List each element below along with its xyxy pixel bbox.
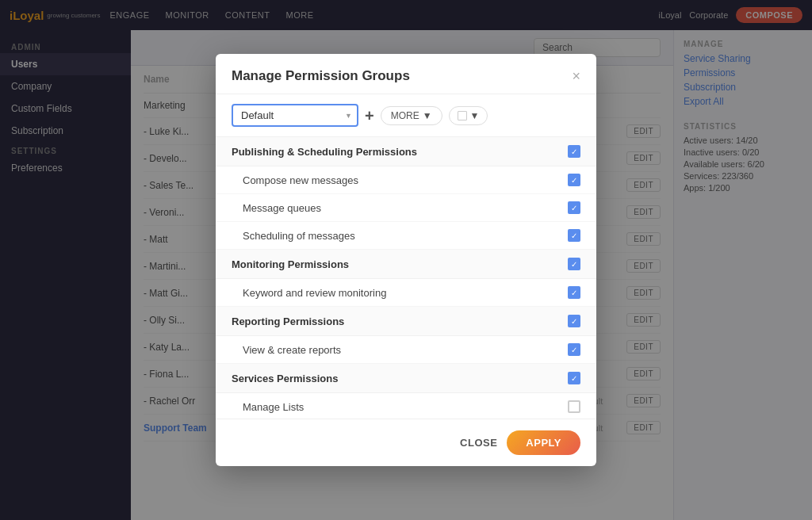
- more-button[interactable]: MORE ▼: [381, 106, 442, 125]
- publishing-scheduling-section-header: Publishing & Scheduling Permissions: [216, 137, 596, 166]
- modal-overlay: Manage Permission Groups × Default + MOR…: [0, 0, 812, 520]
- checkbox-chevron-icon: ▼: [470, 110, 480, 121]
- services-checkbox[interactable]: [568, 372, 580, 384]
- more-chevron-icon: ▼: [423, 110, 432, 121]
- monitoring-title: Monitoring Permissions: [232, 258, 349, 270]
- manage-lists-item: Manage Lists: [216, 393, 596, 419]
- scheduling-messages-checkbox[interactable]: [568, 229, 580, 242]
- keyword-monitoring-item: Keyword and review monitoring: [216, 279, 596, 307]
- keyword-monitoring-label: Keyword and review monitoring: [243, 287, 386, 299]
- modal-close-button[interactable]: ×: [572, 69, 580, 83]
- reporting-section-header: Reporting Permissions: [216, 307, 596, 336]
- view-create-reports-label: View & create reports: [243, 344, 341, 356]
- apply-button[interactable]: APPLY: [507, 430, 580, 455]
- scheduling-messages-label: Scheduling of messages: [243, 230, 355, 242]
- manage-lists-label: Manage Lists: [243, 401, 304, 413]
- compose-messages-item: Compose new messages: [216, 166, 596, 194]
- reporting-title: Reporting Permissions: [232, 315, 344, 327]
- keyword-monitoring-checkbox[interactable]: [568, 286, 580, 299]
- group-select[interactable]: Default: [232, 104, 358, 127]
- group-select-wrapper: Default: [232, 104, 358, 127]
- view-create-reports-checkbox[interactable]: [568, 343, 580, 356]
- add-group-button[interactable]: +: [365, 108, 374, 124]
- checkbox-icon: [458, 111, 467, 120]
- modal-title: Manage Permission Groups: [232, 68, 410, 84]
- select-all-button[interactable]: ▼: [449, 106, 488, 125]
- more-label: MORE: [391, 110, 419, 121]
- close-button[interactable]: CLOSE: [460, 437, 497, 449]
- view-create-reports-item: View & create reports: [216, 336, 596, 364]
- monitoring-section-header: Monitoring Permissions: [216, 250, 596, 279]
- publishing-scheduling-title: Publishing & Scheduling Permissions: [232, 146, 417, 158]
- services-section-header: Services Permissions: [216, 364, 596, 393]
- modal-toolbar: Default + MORE ▼ ▼: [216, 94, 596, 137]
- reporting-checkbox[interactable]: [568, 315, 580, 327]
- monitoring-checkbox[interactable]: [568, 258, 580, 270]
- compose-messages-label: Compose new messages: [243, 174, 358, 186]
- message-queues-label: Message queues: [243, 202, 321, 214]
- modal-footer: CLOSE APPLY: [216, 419, 596, 466]
- services-title: Services Permissions: [232, 373, 338, 384]
- message-queues-checkbox[interactable]: [568, 201, 580, 214]
- manage-permission-groups-modal: Manage Permission Groups × Default + MOR…: [216, 54, 596, 466]
- modal-body: Publishing & Scheduling Permissions Comp…: [216, 137, 596, 419]
- modal-header: Manage Permission Groups ×: [216, 54, 596, 94]
- publishing-scheduling-checkbox[interactable]: [568, 145, 580, 158]
- scheduling-messages-item: Scheduling of messages: [216, 222, 596, 250]
- message-queues-item: Message queues: [216, 194, 596, 222]
- compose-messages-checkbox[interactable]: [568, 174, 580, 186]
- manage-lists-checkbox[interactable]: [568, 400, 580, 413]
